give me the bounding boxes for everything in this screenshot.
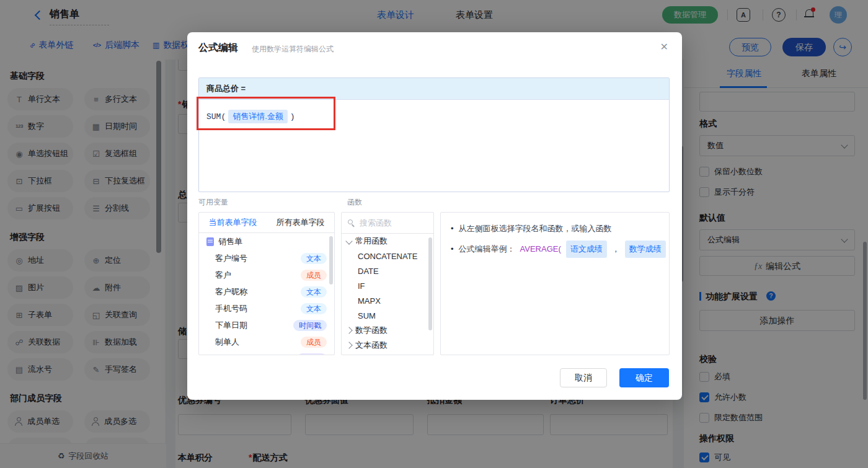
type-badge: 文本 — [301, 253, 327, 264]
variable-row[interactable]: 客户编号文本 — [199, 250, 334, 267]
confirm-button[interactable]: 确定 — [619, 368, 669, 387]
help-panel: • 从左侧面板选择字段名和函数，或输入函数 • 公式编辑举例： AVERAGE(… — [440, 212, 670, 355]
form-designer-app: 销售单 表单设计 表单设置 数据管理 A ? 理 ∞ 表单外链 </> 后端脚本… — [0, 0, 868, 468]
function-group-common[interactable]: 常用函数 — [342, 234, 433, 249]
cancel-button[interactable]: 取消 — [560, 368, 607, 387]
formula-editor-modal: 公式编辑 使用数学运算符编辑公式 ✕ 商品总价 = SUM( 销售详情.金额 )… — [187, 32, 682, 400]
chevron-right-icon — [345, 342, 352, 348]
functions-panel: 搜索函数 常用函数 CONCATENATE DATE IF MAPX SUM 数… — [341, 212, 434, 355]
formula-input-area[interactable]: SUM( 销售详情.金额 ) — [199, 100, 669, 133]
function-search[interactable]: 搜索函数 — [342, 213, 433, 234]
function-group-text[interactable]: 文本函数 — [342, 338, 433, 353]
chevron-right-icon — [345, 327, 352, 333]
variable-row[interactable]: 客户成员 — [199, 267, 334, 283]
close-icon[interactable]: ✕ — [660, 41, 668, 53]
function-item[interactable]: IF — [342, 278, 433, 293]
function-item[interactable]: CONCATENATE — [342, 249, 433, 263]
variable-root-row[interactable]: 销售单 — [199, 233, 334, 250]
type-badge — [297, 353, 327, 356]
variable-row[interactable]: 制单人成员 — [199, 333, 334, 350]
function-group-math[interactable]: 数学函数 — [342, 323, 433, 338]
formula-function: SUM( — [206, 112, 226, 121]
example-field-chip: 语文成绩 — [566, 241, 607, 258]
modal-subtitle: 使用数学运算符编辑公式 — [252, 44, 334, 55]
example-field-chip: 数学成绩 — [625, 241, 666, 258]
functions-caption: 函数 — [347, 197, 362, 208]
function-item[interactable]: SUM — [342, 308, 433, 323]
variables-scrollbar[interactable] — [329, 236, 333, 285]
variable-row[interactable]: 手机号码文本 — [199, 300, 334, 317]
variables-panel: 当前表单字段 所有表单字段 销售单 客户编号文本 客户成员 客户昵称文本 手机号… — [198, 212, 335, 355]
type-badge: 文本 — [301, 286, 327, 298]
formula-field-chip[interactable]: 销售详情.金额 — [228, 110, 288, 123]
variable-row-clipped[interactable] — [199, 350, 334, 355]
tab-all-form-fields[interactable]: 所有表单字段 — [267, 213, 334, 232]
type-badge: 成员 — [301, 337, 327, 348]
variable-row[interactable]: 下单日期时间戳 — [199, 317, 334, 333]
help-line-2: • 公式编辑举例： AVERAGE( 语文成绩 ， 数学成绩 ) — [451, 241, 659, 258]
search-icon — [348, 219, 355, 227]
help-line-1: • 从左侧面板选择字段名和函数，或输入函数 — [451, 221, 659, 236]
tab-current-form-fields[interactable]: 当前表单字段 — [199, 213, 267, 232]
type-badge: 文本 — [301, 303, 327, 314]
formula-editor: 商品总价 = SUM( 销售详情.金额 ) — [198, 77, 670, 192]
formula-target: 商品总价 = — [199, 78, 669, 100]
form-doc-icon — [206, 237, 214, 246]
functions-scrollbar[interactable] — [428, 237, 432, 330]
formula-rparen: ) — [290, 112, 295, 121]
type-badge: 成员 — [301, 270, 327, 281]
variables-caption: 可用变量 — [198, 197, 228, 208]
type-badge: 时间戳 — [293, 320, 327, 331]
variables-tabs: 当前表单字段 所有表单字段 — [199, 213, 334, 233]
function-item[interactable]: MAPX — [342, 293, 433, 308]
search-placeholder: 搜索函数 — [360, 218, 392, 229]
chevron-down-icon — [345, 237, 352, 244]
example-function: AVERAGE( — [520, 242, 561, 257]
modal-title: 公式编辑 — [198, 42, 238, 55]
function-item[interactable]: DATE — [342, 263, 433, 278]
variable-row[interactable]: 客户昵称文本 — [199, 283, 334, 300]
